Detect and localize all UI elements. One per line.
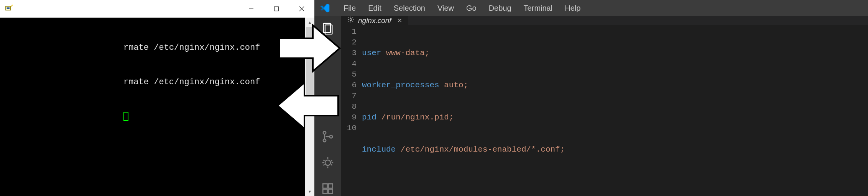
maximize-button[interactable] xyxy=(264,0,289,18)
svg-rect-12 xyxy=(323,189,327,193)
code-token: include xyxy=(362,145,396,154)
code-token: /run/nginx.pid xyxy=(381,113,449,122)
scroll-up-arrow-icon[interactable]: ▴ xyxy=(305,18,314,27)
debug-icon[interactable] xyxy=(321,155,335,170)
vscode-window: File Edit Selection View Go Debug Termin… xyxy=(314,0,868,196)
menu-terminal[interactable]: Terminal xyxy=(518,2,558,14)
svg-point-6 xyxy=(323,131,326,134)
line-number: 8 xyxy=(341,101,357,112)
tab-nginx-conf[interactable]: nginx.conf × xyxy=(341,16,408,25)
code-content[interactable]: user www-data; worker_processes auto; pi… xyxy=(362,25,868,196)
terminal-cursor xyxy=(123,112,128,121)
terminal-scrollbar[interactable]: ▴ ▾ xyxy=(305,18,314,196)
svg-point-2 xyxy=(12,5,13,6)
code-token: www-data xyxy=(386,49,425,57)
menu-go[interactable]: Go xyxy=(461,2,482,14)
editor-area: nginx.conf × c:› Users› Luc› AppData› Lo… xyxy=(341,16,868,196)
vscode-logo-icon xyxy=(318,2,331,15)
tab-bar: nginx.conf × xyxy=(341,16,868,25)
menu-file[interactable]: File xyxy=(338,2,361,14)
svg-rect-1 xyxy=(7,7,10,9)
minimize-button[interactable] xyxy=(238,0,264,18)
svg-rect-13 xyxy=(328,189,332,193)
terminal-line: rmate /etc/nginx/nginx.conf xyxy=(123,77,305,88)
close-button[interactable] xyxy=(289,0,314,18)
line-number: 4 xyxy=(341,59,357,69)
terminal-line: rmate /etc/nginx/nginx.conf xyxy=(123,42,305,54)
titlebar[interactable] xyxy=(0,0,314,18)
line-number-gutter: 1 2 3 4 5 6 7 8 9 10 xyxy=(341,25,362,196)
source-control-icon[interactable] xyxy=(321,129,335,144)
code-editor[interactable]: 1 2 3 4 5 6 7 8 9 10 user www-data; work… xyxy=(341,25,868,196)
svg-point-7 xyxy=(323,139,326,142)
line-number: 5 xyxy=(341,69,357,80)
line-number: 1 xyxy=(341,26,357,37)
line-number: 9 xyxy=(341,112,357,123)
explorer-icon[interactable] xyxy=(321,21,335,36)
menubar: File Edit Selection View Go Debug Termin… xyxy=(314,0,868,16)
svg-point-14 xyxy=(350,19,352,21)
code-token: pid xyxy=(362,113,376,122)
line-number: 10 xyxy=(341,123,357,134)
svg-rect-10 xyxy=(323,184,327,188)
menu-view[interactable]: View xyxy=(432,2,459,14)
code-token: user xyxy=(362,49,381,57)
terminal-body[interactable]: rmate /etc/nginx/nginx.conf rmate /etc/n… xyxy=(0,18,314,196)
putty-window: rmate /etc/nginx/nginx.conf rmate /etc/n… xyxy=(0,0,314,196)
activity-bar xyxy=(314,16,341,196)
line-number: 2 xyxy=(341,37,357,48)
menu-help[interactable]: Help xyxy=(559,2,586,14)
code-token: worker_processes xyxy=(362,81,439,90)
terminal-left-margin xyxy=(0,18,123,196)
scroll-down-arrow-icon[interactable]: ▾ xyxy=(305,187,314,196)
line-number: 3 xyxy=(341,48,357,59)
tab-close-icon[interactable]: × xyxy=(398,16,402,25)
gear-icon xyxy=(347,16,354,25)
scroll-thumb[interactable] xyxy=(306,27,314,96)
line-number: 6 xyxy=(341,80,357,91)
extensions-icon[interactable] xyxy=(321,181,335,196)
svg-rect-11 xyxy=(328,184,332,188)
svg-rect-3 xyxy=(275,7,279,11)
terminal-output: rmate /etc/nginx/nginx.conf rmate /etc/n… xyxy=(123,18,305,196)
putty-icon xyxy=(5,5,13,13)
menu-selection[interactable]: Selection xyxy=(388,2,431,14)
menu-edit[interactable]: Edit xyxy=(363,2,386,14)
code-token: auto xyxy=(444,81,463,90)
svg-point-9 xyxy=(325,160,330,165)
code-token: /etc/nginx/modules-enabled/*.conf xyxy=(401,145,560,154)
tab-label: nginx.conf xyxy=(358,16,391,25)
line-number: 7 xyxy=(341,91,357,101)
menu-debug[interactable]: Debug xyxy=(483,2,517,14)
svg-point-8 xyxy=(330,135,332,138)
